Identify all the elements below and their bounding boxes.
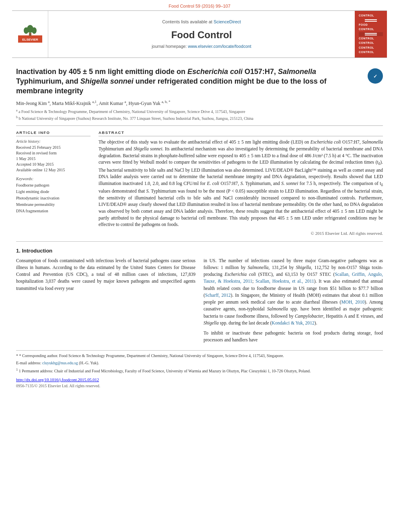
control-badge-7: CONTROL: [359, 50, 383, 55]
keywords-heading: Keywords:: [16, 176, 90, 182]
affiliation-a: a Food Science & Technology Programme, D…: [19, 110, 245, 114]
control-icon-1: [359, 18, 383, 23]
intro-number: 1.: [16, 248, 21, 254]
journal-title: Food Control: [171, 28, 232, 42]
rights-line: 0956-7135/© 2015 Elsevier Ltd. All right…: [16, 383, 383, 389]
control-lines-icon-2: [365, 33, 377, 36]
crossmark-badge[interactable]: ✓: [368, 68, 383, 84]
ref-moh-2010[interactable]: MOH, 2010: [341, 300, 364, 304]
journal-header: ELSEVIER Contents lists available at Sci…: [12, 10, 387, 58]
svg-rect-9: [365, 35, 377, 35]
revised-date: 1 May 2015: [16, 156, 90, 162]
title-mid-2: Typhimurium, and: [16, 77, 80, 85]
intro-right-col: in US. The number of infections caused b…: [204, 257, 383, 344]
elsevier-logo-area: ELSEVIER: [12, 11, 48, 58]
revised-label: Received in revised form: [16, 150, 90, 156]
authors-line: Min-Jeong Kim a, Marta Mikš-Krajnik a,1,…: [16, 99, 383, 107]
intro-right-text-2: To inhibit or inactivate these pathogeni…: [204, 330, 383, 344]
title-italic-3: Shigella sonnei: [80, 77, 134, 85]
affiliations: a a Food Science & Technology Programme,…: [16, 108, 383, 121]
title-prefix: Inactivation by 405 ± 5 nm light emittin…: [16, 68, 187, 76]
keyword-2: Light emitting diode: [16, 189, 90, 195]
article-info-abstract-section: ARTICLE INFO Article history: Received 2…: [16, 125, 383, 236]
keyword-5: DNA fragmentation: [16, 208, 90, 214]
doi-line: http://dx.doi.org/10.1016/j.foodcont.201…: [16, 377, 383, 383]
online-date: Available online 12 May 2015: [16, 167, 90, 173]
ref-scharff-2012[interactable]: Scharff, 2012: [205, 293, 231, 298]
journal-cover-badges: CONTROL FOOD CONTROL CONTROL CONTROL CON…: [355, 11, 387, 58]
ref-scallan-2011b[interactable]: Scallan, Hoekstra, et al., 2011: [255, 279, 314, 283]
title-mid-1: O157:H7,: [243, 68, 278, 76]
introduction-section: 1. Introduction Consumption of foods con…: [16, 247, 383, 343]
footnote-permanent: 1 1 Permanent address: Chair of Industri…: [16, 368, 383, 374]
section-divider: [16, 241, 383, 242]
email-suffix: (H.-G. Yuk).: [79, 361, 99, 365]
keyword-1: Foodborne pathogen: [16, 182, 90, 189]
sciencedirect-text: Contents lists available at: [162, 19, 212, 24]
crossmark-icon: ✓: [371, 72, 380, 80]
journal-reference: Food Control 59 (2016) 99–107: [169, 4, 230, 8]
abstract-text: The objective of this study was to evalu…: [99, 139, 383, 228]
title-italic-1: Escherichia coli: [187, 68, 243, 76]
control-icon-2: [359, 32, 383, 36]
article-info-heading: ARTICLE INFO: [16, 130, 90, 136]
doi-link[interactable]: http://dx.doi.org/10.1016/j.foodcont.201…: [16, 378, 99, 382]
email-link[interactable]: cluyukhg@nus.edu.sg: [42, 361, 78, 365]
title-italic-2: Salmonella: [278, 68, 316, 76]
elsevier-logo: ELSEVIER: [18, 23, 42, 45]
svg-text:ELSEVIER: ELSEVIER: [22, 38, 38, 41]
footnote-corresponding: * * Corresponding author. Food Science &…: [16, 353, 383, 359]
copyright-line: © 2015 Elsevier Ltd. All rights reserved…: [99, 230, 383, 236]
keyword-4: Membrane permeability: [16, 201, 90, 208]
homepage-link[interactable]: www.elsevier.com/locate/foodcont: [188, 44, 251, 49]
journal-title-area: Contents lists available at ScienceDirec…: [48, 11, 355, 58]
abstract-heading: ABSTRACT: [99, 130, 383, 136]
intro-heading: 1. Introduction: [16, 247, 383, 255]
footnotes-section: * * Corresponding author. Food Science &…: [16, 350, 383, 389]
control-badge-1: CONTROL: [359, 14, 383, 18]
corresponding-text: * Corresponding author. Food Science & T…: [19, 353, 284, 358]
footnote-email: E-mail address: cluyukhg@nus.edu.sg (H.-…: [16, 360, 383, 366]
intro-left-text: Consumption of foods contaminated with i…: [16, 257, 195, 292]
svg-rect-5: [29, 33, 31, 36]
ref-kondakci-2012[interactable]: Kondakci & Yuk, 2012: [272, 320, 315, 325]
sciencedirect-link[interactable]: ScienceDirect: [214, 19, 241, 24]
intro-left-col: Consumption of foods contaminated with i…: [16, 257, 195, 344]
history-label: Article history:: [16, 139, 90, 144]
intro-title: Introduction: [22, 248, 52, 254]
keywords-section: Keywords: Foodborne pathogen Light emitt…: [16, 176, 90, 214]
received-date: Received 25 February 2015: [16, 145, 90, 150]
article-title-section: Inactivation by 405 ± 5 nm light emittin…: [16, 67, 383, 96]
svg-text:✓: ✓: [373, 73, 377, 79]
control-badge-2: FOOD: [359, 23, 383, 27]
svg-rect-8: [365, 33, 377, 34]
article-title: Inactivation by 405 ± 5 nm light emittin…: [16, 67, 364, 96]
permanent-address-text: 1 Permanent address: Chair of Industrial…: [19, 369, 311, 373]
svg-rect-6: [365, 19, 377, 20]
control-badge-5: CONTROL: [359, 41, 383, 45]
svg-rect-7: [365, 21, 377, 22]
main-content: Inactivation by 405 ± 5 nm light emittin…: [0, 58, 399, 393]
control-badge-3: CONTROL: [359, 27, 383, 32]
control-badge-6: CONTROL: [359, 46, 383, 50]
affiliation-b: b National University of Singapore (Suzh…: [19, 116, 254, 121]
control-badge-4: CONTROL: [359, 37, 383, 41]
journal-homepage-line: journal homepage: www.elsevier.com/locat…: [152, 43, 251, 49]
homepage-text: journal homepage:: [152, 44, 187, 49]
article-info-panel: ARTICLE INFO Article history: Received 2…: [16, 130, 90, 236]
elsevier-tree-icon: ELSEVIER: [18, 23, 42, 43]
accepted-date: Accepted 10 May 2015: [16, 162, 90, 167]
svg-point-3: [24, 27, 29, 34]
control-lines-icon: [365, 19, 377, 22]
abstract-panel: ABSTRACT The objective of this study was…: [99, 130, 383, 236]
intro-text-columns: Consumption of foods contaminated with i…: [16, 257, 383, 344]
keyword-3: Photodynamic inactivation: [16, 195, 90, 201]
email-label: E-mail address:: [16, 361, 41, 365]
intro-right-text-1: in US. The number of infections caused b…: [204, 257, 383, 327]
svg-point-4: [32, 27, 37, 34]
sciencedirect-info: Contents lists available at ScienceDirec…: [162, 19, 241, 25]
journal-header-bar: Food Control 59 (2016) 99–107: [0, 0, 399, 10]
